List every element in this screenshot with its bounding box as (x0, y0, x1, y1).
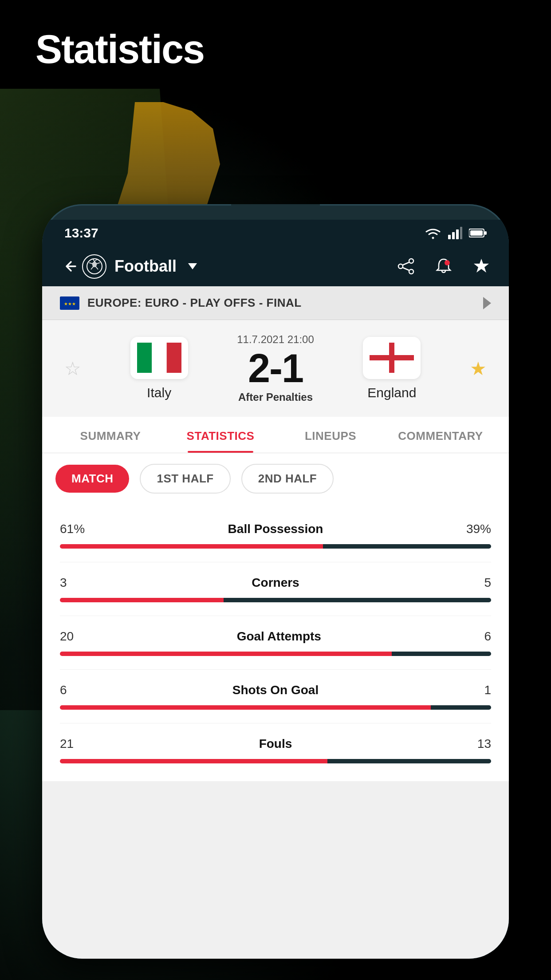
home-star-icon[interactable]: ☆ (64, 358, 81, 379)
svg-line-19 (403, 268, 409, 270)
nav-header: Football (42, 246, 509, 286)
stat-labels: 20 Goal Attempts 6 (60, 629, 491, 644)
stat-bar-left (60, 759, 327, 763)
stat-bar (60, 544, 491, 549)
svg-text:★★★: ★★★ (64, 301, 76, 306)
score-block: 11.7.2021 21:00 2-1 After Penalties (237, 333, 314, 403)
stat-bar (60, 705, 491, 710)
match-score-section: ☆ Italy 11.7.2021 21:00 2-1 After Penalt… (42, 320, 509, 417)
tab-commentary[interactable]: COMMENTARY (386, 417, 496, 453)
svg-line-12 (97, 263, 100, 264)
stat-left-val: 61% (60, 522, 85, 536)
stat-row-fouls: 21 Fouls 13 (60, 723, 491, 777)
match-datetime: 11.7.2021 21:00 (237, 333, 314, 346)
stat-bar (60, 598, 491, 602)
tabs-row: SUMMARY STATISTICS LINEUPS COMMENTARY (42, 417, 509, 453)
battery-icon (469, 228, 487, 238)
stat-bar-right (323, 544, 491, 549)
filter-2nd-half[interactable]: 2ND HALF (241, 464, 334, 494)
stat-bar-left (60, 544, 323, 549)
wifi-icon (425, 227, 441, 239)
stat-right-val: 39% (466, 522, 491, 536)
stat-right-val: 13 (477, 737, 491, 751)
nav-sport[interactable]: Football (82, 254, 396, 279)
sport-icon-circle (82, 254, 106, 279)
svg-line-13 (91, 267, 93, 269)
home-team-name: Italy (147, 385, 171, 400)
svg-rect-0 (448, 235, 451, 239)
share-button[interactable] (396, 257, 416, 277)
star-button[interactable] (471, 257, 491, 277)
match-score-note: After Penalties (238, 391, 313, 403)
stat-name: Shots On Goal (232, 683, 319, 697)
stat-labels: 61% Ball Possession 39% (60, 522, 491, 536)
competition-banner[interactable]: ★★★ EUROPE: EURO - PLAY OFFS - FINAL (42, 286, 509, 320)
tab-statistics[interactable]: STATISTICS (165, 417, 276, 453)
nav-actions (396, 257, 491, 277)
stat-left-val: 6 (60, 683, 67, 697)
filter-row: MATCH 1ST HALF 2ND HALF (42, 453, 509, 504)
svg-rect-25 (152, 343, 166, 373)
stat-right-val: 1 (484, 683, 491, 697)
stat-left-val: 3 (60, 576, 67, 590)
home-team-flag (130, 337, 188, 379)
status-icons (425, 227, 487, 239)
tab-summary[interactable]: SUMMARY (55, 417, 165, 453)
away-team-block: England (363, 337, 421, 400)
stat-bar-right (224, 598, 491, 602)
filter-1st-half[interactable]: 1ST HALF (140, 464, 230, 494)
chevron-right-icon (483, 297, 491, 309)
signal-icon (448, 227, 462, 239)
svg-rect-26 (166, 343, 181, 373)
stat-left-val: 20 (60, 629, 74, 644)
svg-rect-2 (456, 229, 459, 239)
stat-name: Ball Possession (228, 522, 323, 536)
bell-icon (435, 257, 453, 275)
stat-labels: 6 Shots On Goal 1 (60, 683, 491, 697)
svg-marker-8 (92, 261, 97, 267)
bell-button[interactable] (433, 257, 453, 277)
filter-match[interactable]: MATCH (55, 465, 129, 493)
home-team-block: Italy (130, 337, 188, 400)
back-button[interactable] (60, 255, 82, 277)
stat-name: Goal Attempts (237, 629, 321, 644)
phone-frame: 13:37 (42, 204, 509, 959)
stat-bar (60, 652, 491, 656)
stats-section: 61% Ball Possession 39% 3 Corners 5 20 G… (42, 504, 509, 781)
svg-line-10 (94, 259, 97, 261)
stat-bar (60, 759, 491, 763)
svg-rect-6 (470, 230, 483, 236)
stat-row-goal-attempts: 20 Goal Attempts 6 (60, 616, 491, 670)
stat-bar-right (392, 652, 491, 656)
italy-flag-svg (137, 343, 181, 373)
match-content: ★★★ EUROPE: EURO - PLAY OFFS - FINAL ☆ (42, 286, 509, 959)
svg-rect-29 (370, 355, 414, 360)
svg-rect-24 (137, 343, 152, 373)
share-icon (397, 257, 415, 275)
competition-text: EUROPE: EURO - PLAY OFFS - FINAL (87, 296, 302, 310)
svg-point-17 (409, 269, 413, 274)
status-bar: 13:37 (42, 220, 509, 246)
eu-flag-icon: ★★★ (60, 296, 79, 310)
svg-point-20 (445, 260, 450, 265)
stat-bar-right (327, 759, 491, 763)
stat-left-val: 21 (60, 737, 74, 751)
away-star-icon[interactable]: ★ (470, 358, 487, 379)
stat-row-corners: 3 Corners 5 (60, 562, 491, 616)
phone-notch (231, 204, 320, 220)
status-time: 13:37 (64, 225, 98, 241)
stat-name: Fouls (259, 737, 292, 751)
sport-label: Football (114, 257, 177, 276)
stat-row-shots-on-goal: 6 Shots On Goal 1 (60, 670, 491, 723)
svg-point-16 (398, 264, 403, 269)
svg-line-14 (96, 267, 98, 269)
away-team-flag (363, 337, 421, 379)
stat-labels: 21 Fouls 13 (60, 737, 491, 751)
football-ball-icon (86, 258, 103, 275)
tab-lineups[interactable]: LINEUPS (276, 417, 386, 453)
stat-right-val: 6 (484, 629, 491, 644)
competition-left: ★★★ EUROPE: EURO - PLAY OFFS - FINAL (60, 296, 302, 310)
svg-rect-3 (460, 227, 462, 239)
stat-bar-left (60, 705, 431, 710)
eu-flag-svg: ★★★ (60, 296, 79, 310)
